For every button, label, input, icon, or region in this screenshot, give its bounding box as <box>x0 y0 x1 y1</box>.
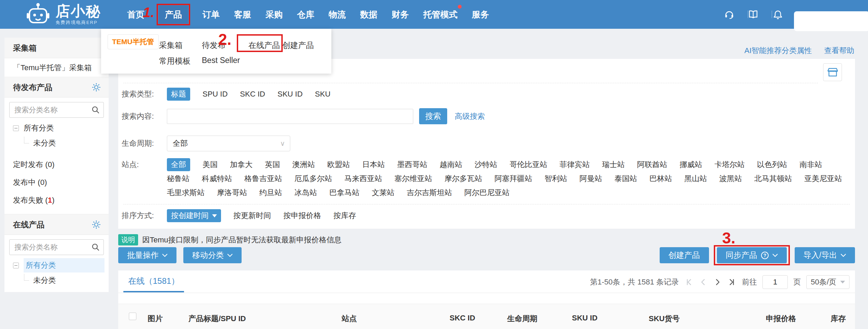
site-option[interactable]: 以色列站 <box>757 160 787 170</box>
site-option[interactable]: 欧盟站 <box>327 160 350 170</box>
site-option[interactable]: 阿尔巴尼亚站 <box>464 188 510 198</box>
menu-item-best-seller[interactable]: Best Seller <box>202 56 240 65</box>
store-selector-button[interactable] <box>823 63 842 81</box>
prev-page-icon[interactable] <box>699 278 708 287</box>
nav-item-home[interactable]: 首页 <box>127 9 144 20</box>
site-option[interactable]: 马来西亚站 <box>344 174 382 184</box>
search-button[interactable]: 搜索 <box>419 108 447 124</box>
site-option[interactable]: 波黑站 <box>719 174 742 184</box>
search-content-input[interactable] <box>167 109 413 124</box>
site-option[interactable]: 黑山站 <box>684 174 707 184</box>
site-option[interactable]: 哥伦比亚站 <box>510 160 547 170</box>
site-option[interactable]: 英国 <box>265 160 280 170</box>
site-all-chip[interactable]: 全部 <box>167 158 190 171</box>
nav-item-logistics[interactable]: 物流 <box>329 9 346 20</box>
search-type-title-chip[interactable]: 标题 <box>167 88 190 101</box>
site-option[interactable]: 文莱站 <box>372 188 394 198</box>
site-option[interactable]: 摩尔多瓦站 <box>444 174 482 184</box>
sort-option[interactable]: 按申报价格 <box>283 211 321 221</box>
site-option[interactable]: 菲律宾站 <box>560 160 590 170</box>
nav-item-managed-mode[interactable]: 托管模式 <box>423 10 457 19</box>
site-option[interactable]: 约旦站 <box>259 188 282 198</box>
sort-by-create-time-chip[interactable]: 按创建时间 <box>167 209 221 222</box>
nav-item-orders[interactable]: 订单 <box>203 9 220 20</box>
nav-item-data[interactable]: 数据 <box>360 9 377 20</box>
menu-item-create-product[interactable]: 创建产品 <box>282 40 314 51</box>
view-help-link[interactable]: 查看帮助 <box>824 46 854 56</box>
nav-item-purchasing[interactable]: 采购 <box>266 9 283 20</box>
site-option[interactable]: 日本站 <box>362 160 385 170</box>
site-option[interactable]: 阿曼站 <box>579 174 602 184</box>
search-type-option[interactable]: SKC ID <box>240 90 265 99</box>
import-export-button[interactable]: 导入/导出 <box>795 247 855 263</box>
search-type-option[interactable]: SKU <box>315 90 330 99</box>
create-product-button[interactable]: 创建产品 <box>660 247 709 263</box>
gear-icon[interactable] <box>91 83 101 92</box>
tree-collapse-icon[interactable] <box>13 263 19 268</box>
page-size-select[interactable]: 50条/页 <box>806 275 849 289</box>
site-option[interactable]: 瑞士站 <box>602 160 625 170</box>
site-option[interactable]: 澳洲站 <box>292 160 315 170</box>
tree-collapse-icon[interactable] <box>13 125 19 131</box>
nav-item-warehouse[interactable]: 仓库 <box>297 9 314 20</box>
ai-recommend-link[interactable]: AI智能推荐分类属性 <box>744 46 812 56</box>
nav-item-products[interactable]: 产品 1. <box>159 5 188 24</box>
sidebar-link-scheduled-publish[interactable]: 定时发布 (0) <box>4 156 109 174</box>
sort-option[interactable]: 按库存 <box>333 211 356 221</box>
select-all-checkbox[interactable] <box>129 313 136 320</box>
site-option[interactable]: 冰岛站 <box>294 188 317 198</box>
site-option[interactable]: 毛里求斯站 <box>167 188 205 198</box>
site-option[interactable]: 阿塞拜疆站 <box>494 174 532 184</box>
pending-category-search-input[interactable] <box>9 102 104 118</box>
search-type-option[interactable]: SPU ID <box>203 90 228 99</box>
site-option[interactable]: 挪威站 <box>680 160 702 170</box>
user-account-area[interactable] <box>794 11 868 31</box>
site-option[interactable]: 科威特站 <box>202 174 232 184</box>
site-option[interactable]: 巴拿马站 <box>329 188 359 198</box>
online-tree-all-categories[interactable]: 所有分类 <box>4 258 109 273</box>
search-icon[interactable] <box>91 243 100 251</box>
bell-icon[interactable] <box>773 9 783 20</box>
gear-icon[interactable] <box>91 220 101 229</box>
sidebar-item-temu-collect-box[interactable]: 「Temu半托管」采集箱(515) <box>4 58 109 77</box>
page-number-input[interactable] <box>762 275 788 289</box>
app-logo[interactable]: 店小秘 免费跨境电商ERP <box>25 3 101 26</box>
bulk-operation-button[interactable]: 批量操作 <box>118 247 176 263</box>
sidebar-link-publishing[interactable]: 发布中 (0) <box>4 174 109 191</box>
nav-item-customer-service[interactable]: 客服 <box>234 9 251 20</box>
site-option[interactable]: 秘鲁站 <box>167 174 190 184</box>
site-option[interactable]: 亚美尼亚站 <box>804 174 842 184</box>
site-option[interactable]: 越南站 <box>440 160 462 170</box>
next-page-icon[interactable] <box>713 278 722 287</box>
nav-item-finance[interactable]: 财务 <box>392 9 409 20</box>
nav-item-services[interactable]: 服务 <box>472 9 489 20</box>
site-option[interactable]: 南非站 <box>799 160 822 170</box>
online-tree-uncategorized[interactable]: 未分类 <box>4 273 109 288</box>
site-option[interactable]: 塞尔维亚站 <box>394 174 432 184</box>
site-option[interactable]: 卡塔尔站 <box>714 160 745 170</box>
site-option[interactable]: 阿联酋站 <box>637 160 667 170</box>
pending-tree-all-categories[interactable]: 所有分类 <box>4 121 109 136</box>
first-page-icon[interactable] <box>684 278 693 287</box>
lifecycle-select[interactable]: 全部 ∨ <box>167 136 290 151</box>
search-icon[interactable] <box>91 106 100 114</box>
site-option[interactable]: 美国 <box>203 160 218 170</box>
site-option[interactable]: 加拿大 <box>230 160 253 170</box>
menu-item-online-products[interactable]: 在线产品 <box>248 40 280 51</box>
site-option[interactable]: 格鲁吉亚站 <box>244 174 282 184</box>
site-option[interactable]: 巴林站 <box>649 174 672 184</box>
menu-item-common-templates[interactable]: 常用模板 <box>159 56 191 66</box>
site-option[interactable]: 墨西哥站 <box>397 160 427 170</box>
site-option[interactable]: 吉尔吉斯坦站 <box>407 188 452 198</box>
book-icon[interactable] <box>748 9 758 20</box>
site-option[interactable]: 北马其顿站 <box>754 174 792 184</box>
advanced-search-link[interactable]: 高级搜索 <box>455 111 485 122</box>
site-option[interactable]: 摩洛哥站 <box>217 188 247 198</box>
pending-tree-uncategorized[interactable]: 未分类 <box>4 136 109 151</box>
search-type-option[interactable]: SKU ID <box>278 90 303 99</box>
move-category-button[interactable]: 移动分类 <box>183 247 242 263</box>
site-option[interactable]: 智利站 <box>545 174 567 184</box>
headset-icon[interactable] <box>724 9 734 20</box>
sort-option[interactable]: 按更新时间 <box>233 211 271 221</box>
tab-online[interactable]: 在线（1581） <box>123 276 184 292</box>
